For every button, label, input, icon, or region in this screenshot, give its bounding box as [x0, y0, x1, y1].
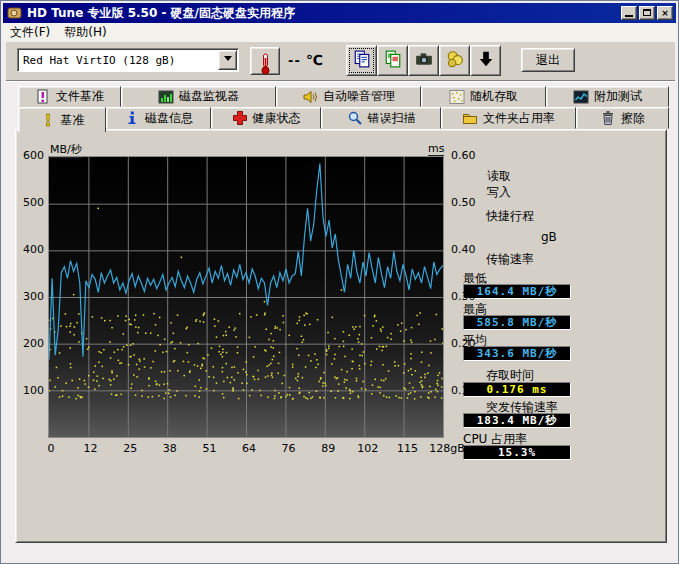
minimize-button[interactable]: [621, 6, 637, 20]
y-left-tick: 600: [14, 149, 44, 162]
tab-tabrow1-4[interactable]: 附加测试: [546, 86, 669, 107]
health-icon: [232, 110, 248, 126]
copy-icon: [353, 50, 371, 71]
camera-icon: [415, 50, 433, 71]
tab-tabrow2-5[interactable]: 擦除: [576, 107, 669, 129]
noise-management-icon: [302, 89, 318, 105]
menu-file[interactable]: 文件(F): [3, 22, 57, 43]
y-right-tick: 0.10: [451, 384, 485, 397]
coins-icon: [446, 50, 464, 71]
tab-label: 附加测试: [594, 88, 642, 105]
tab-tabrow2-3[interactable]: 错误扫描: [321, 107, 441, 129]
random-access-icon: [449, 89, 465, 105]
y-right-tick: 0.20: [451, 337, 485, 350]
tab-tabrow1-3[interactable]: 随机存取: [421, 86, 546, 107]
tab-label: 健康状态: [253, 110, 301, 127]
y-left-tick: 100: [14, 384, 44, 397]
disk-info-icon: [124, 110, 140, 126]
app-window: HD Tune 专业版 5.50 - 硬盘/固态硬盘实用程序 × 文件(F) 帮…: [0, 0, 679, 564]
y-left-tick: 500: [14, 196, 44, 209]
tab-label: 随机存取: [470, 88, 518, 105]
x-tick: 128gB: [424, 442, 470, 455]
y-left-tick: 200: [14, 337, 44, 350]
error-scan-icon: [347, 110, 363, 126]
y-right-tick: 0.40: [451, 243, 485, 256]
folder-usage-icon: [462, 110, 478, 126]
y-left-tick: 300: [14, 290, 44, 303]
read-radio-label: 读取: [487, 168, 511, 185]
capacity-unit: gB: [541, 230, 557, 244]
benchmark-icon: [40, 112, 56, 128]
copy-image-icon: [384, 50, 402, 71]
temperature-button[interactable]: [250, 47, 280, 75]
tab-label: 错误扫描: [368, 110, 416, 127]
window-title: HD Tune 专业版 5.50 - 硬盘/固态硬盘实用程序: [27, 5, 295, 22]
drive-select-value: Red Hat VirtIO (128 gB): [18, 54, 218, 67]
tab-tabrow2-2[interactable]: 健康状态: [211, 107, 321, 129]
erase-icon: [600, 110, 616, 126]
maximize-button[interactable]: [639, 6, 655, 20]
drive-select[interactable]: Red Hat VirtIO (128 gB): [17, 48, 239, 72]
transfer-rate-label: 传输速率: [486, 251, 534, 268]
tab-label: 磁盘监视器: [179, 88, 239, 105]
temperature-value: --: [288, 53, 301, 68]
file-benchmark-icon: [35, 89, 51, 105]
chevron-down-icon: [224, 56, 232, 65]
cpu-usage-value: 15.3%: [463, 445, 571, 460]
burst-rate-value: 183.4 MB/秒: [463, 413, 571, 428]
y-right-tick: 0.30: [451, 290, 485, 303]
tab-label: 文件夹占用率: [483, 110, 555, 127]
donate-button[interactable]: [439, 45, 470, 76]
save-button[interactable]: [470, 45, 501, 76]
y-right-axis-title: ms: [428, 142, 444, 156]
menu-help[interactable]: 帮助(H): [57, 22, 113, 43]
benchmark-chart: [48, 156, 444, 438]
tab-tabrow2-4[interactable]: 文件夹占用率: [441, 107, 576, 129]
tab-tabrow1-2[interactable]: 自动噪音管理: [276, 86, 421, 107]
tab-label: 自动噪音管理: [323, 88, 395, 105]
max-value: 585.8 MB/秒: [463, 315, 571, 330]
y-right-tick: 0.50: [451, 196, 485, 209]
y-right-tick: 0.60: [451, 149, 485, 162]
y-left-axis-title: MB/秒: [50, 142, 82, 158]
tab-tabrow2-1[interactable]: 磁盘信息: [106, 107, 211, 129]
tab-tabrow2-0[interactable]: 基准: [18, 107, 106, 132]
y-left-tick: 400: [14, 243, 44, 256]
close-button[interactable]: ×: [657, 6, 673, 20]
screenshot-button[interactable]: [408, 45, 439, 76]
copy-image-button[interactable]: [377, 45, 408, 76]
tab-label: 磁盘信息: [145, 110, 193, 127]
disk-icon: [7, 5, 23, 21]
write-radio-label: 写入: [487, 184, 511, 201]
title-bar[interactable]: HD Tune 专业版 5.50 - 硬盘/固态硬盘实用程序 ×: [3, 3, 676, 23]
tab-label: 基准: [61, 112, 85, 129]
save-arrow-icon: [477, 50, 495, 71]
short-stroke-label: 快捷行程: [486, 208, 534, 225]
drive-select-dropdown-button[interactable]: [218, 50, 237, 70]
tab-label: 擦除: [621, 110, 645, 127]
extra-tests-icon: [573, 89, 589, 105]
toolbar-buttons: [346, 45, 501, 76]
exit-button[interactable]: 退出: [521, 48, 575, 72]
menu-bar: 文件(F) 帮助(H): [3, 23, 676, 42]
disk-monitor-icon: [158, 89, 174, 105]
copy-text-button[interactable]: [346, 45, 377, 76]
thermometer-icon: [257, 53, 273, 69]
tab-tabrow1-1[interactable]: 磁盘监视器: [121, 86, 276, 107]
tab-label: 文件基准: [56, 88, 104, 105]
temperature-unit: ℃: [306, 52, 323, 68]
tab-tabrow1-0[interactable]: 文件基准: [18, 86, 121, 107]
